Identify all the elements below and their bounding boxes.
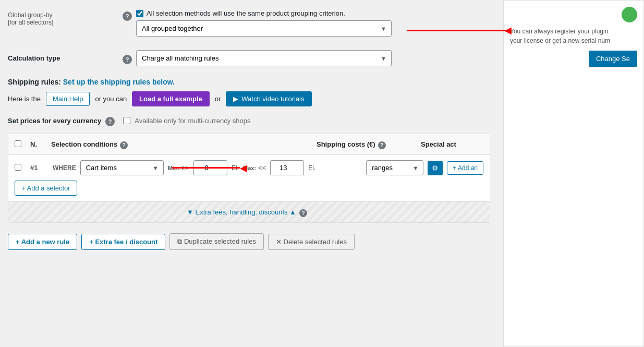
rule-1-num: #1 bbox=[30, 164, 48, 172]
min-group: Min: ≥> bbox=[168, 164, 189, 172]
col-selection-conditions: Selection conditions bbox=[51, 140, 117, 148]
copy-icon: ⧉ bbox=[177, 237, 182, 245]
selection-conditions-help-icon[interactable]: ? bbox=[120, 141, 128, 149]
groupby-checkbox-label: All selection methods will use the same … bbox=[147, 9, 345, 17]
footer-buttons: + Add a new rule + Extra fee / discount … bbox=[8, 228, 490, 255]
duplicate-rules-button[interactable]: ⧉ Duplicate selected rules bbox=[169, 233, 264, 250]
multi-currency-label: Available only for multi-currency shops bbox=[135, 117, 250, 125]
extra-fee-button[interactable]: + Extra fee / discount bbox=[81, 234, 165, 250]
condition-select[interactable]: Cart items Cart total Weight Destination bbox=[80, 160, 164, 175]
set-up-link[interactable]: Set up the shipping rules below. bbox=[63, 78, 175, 86]
add-rule-button[interactable]: + Add a new rule bbox=[8, 234, 77, 250]
change-serial-button[interactable]: Change Se bbox=[589, 51, 637, 67]
extra-fees-bar: ▼ Extra fees, handling, discounts ▲ ? bbox=[8, 201, 490, 222]
here-is-the-text: Here is the bbox=[8, 95, 41, 103]
groupby-checkbox[interactable] bbox=[136, 10, 143, 17]
global-groupby-label: Global group-by bbox=[8, 11, 123, 19]
rules-table: N. Selection conditions ? Shipping costs… bbox=[8, 134, 490, 223]
select-all-checkbox[interactable] bbox=[15, 140, 21, 147]
condition-select-wrapper: Cart items Cart total Weight Destination… bbox=[80, 160, 164, 175]
add-action-button[interactable]: + Add an bbox=[447, 161, 483, 175]
lte-icon: << bbox=[258, 164, 266, 172]
main-help-button[interactable]: Main Help bbox=[46, 92, 90, 106]
grouped-together-select-wrapper: All grouped together Each individually C… bbox=[136, 20, 392, 37]
or-text: or bbox=[215, 95, 221, 103]
add-selector-row: + Add a selector bbox=[15, 181, 483, 196]
multi-currency-checkbox[interactable] bbox=[123, 117, 130, 124]
ranges-select[interactable]: ranges flat rate percentage bbox=[366, 160, 423, 175]
col-shipping-costs: Shipping costs (€) bbox=[317, 140, 375, 148]
min-label: Min: bbox=[168, 165, 180, 171]
min-input[interactable] bbox=[193, 160, 227, 175]
rule-row-1: #1 WHERE Cart items Cart total Weight De… bbox=[8, 155, 490, 201]
add-selector-button[interactable]: + Add a selector bbox=[15, 181, 77, 196]
max-group: Max: << bbox=[243, 164, 266, 172]
col-n: N. bbox=[30, 140, 51, 148]
table-header: N. Selection conditions ? Shipping costs… bbox=[8, 134, 490, 155]
col-special-act: Special act bbox=[421, 140, 483, 148]
calc-type-label: Calculation type bbox=[8, 54, 123, 62]
global-groupby-help-icon[interactable]: ? bbox=[123, 11, 132, 21]
sidebar-panel: You can always register your plugin your… bbox=[503, 0, 644, 347]
calc-type-select-wrapper: Charge all matching rules Charge cheapes… bbox=[136, 50, 392, 66]
sidebar-text: You can always register your plugin your… bbox=[510, 27, 637, 45]
shipping-rules-heading: Shipping rules: Set up the shipping rule… bbox=[8, 78, 490, 86]
prices-label: Set prices for every currency bbox=[8, 117, 101, 125]
prices-help-icon[interactable]: ? bbox=[105, 117, 115, 126]
green-circle-icon bbox=[622, 7, 637, 22]
or-you-can-text: or you can bbox=[95, 95, 127, 103]
grouped-arrow-annotation: ◀ bbox=[407, 26, 512, 35]
watch-video-button[interactable]: ▶ Watch video tutorials bbox=[226, 91, 311, 106]
delete-icon: ✕ bbox=[276, 238, 282, 246]
rule-1-where: WHERE bbox=[53, 164, 76, 172]
extra-fees-help-icon[interactable]: ? bbox=[299, 209, 307, 217]
max-input[interactable] bbox=[270, 160, 304, 175]
rule-1-checkbox[interactable] bbox=[15, 164, 21, 171]
load-example-button[interactable]: Load a full example bbox=[132, 91, 210, 106]
play-icon: ▶ bbox=[233, 95, 238, 103]
calc-type-select[interactable]: Charge all matching rules Charge cheapes… bbox=[136, 50, 392, 66]
global-groupby-sublabel: [for all selectors] bbox=[8, 19, 123, 26]
gte-icon: ≥> bbox=[181, 164, 189, 172]
grouped-together-select[interactable]: All grouped together Each individually C… bbox=[136, 20, 392, 37]
extra-fees-label: ▼ Extra fees, handling, discounts ▲ bbox=[187, 208, 296, 216]
calc-type-help-icon[interactable]: ? bbox=[123, 55, 132, 64]
gear-button[interactable]: ⚙ bbox=[428, 161, 443, 175]
shipping-costs-help-icon[interactable]: ? bbox=[378, 141, 386, 149]
delete-rules-button[interactable]: ✕ Delete selected rules bbox=[268, 234, 355, 250]
min-el-label: El. bbox=[232, 164, 239, 172]
ranges-select-wrapper: ranges flat rate percentage ▼ bbox=[366, 160, 423, 175]
max-label: Max: bbox=[243, 165, 256, 171]
max-el-label: El. bbox=[308, 164, 315, 172]
